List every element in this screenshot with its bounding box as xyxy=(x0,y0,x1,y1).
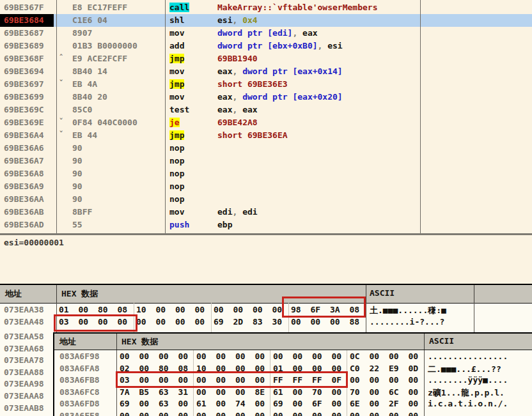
disasm-row[interactable]: 69BE36AB8BFFmovedi, edi xyxy=(0,206,532,219)
hex-row[interactable]: 083A6FC87A B5 63 3100 00 00 8E61 00 70 0… xyxy=(54,387,532,398)
hex-byte-group: 00 00 00 00 xyxy=(273,351,341,361)
header-divider xyxy=(116,334,117,350)
operand-sep: , xyxy=(232,92,242,102)
operand-sep: , xyxy=(232,15,242,25)
disasm-row[interactable]: 69BE368901B3 B0000000adddword ptr [ebx+0… xyxy=(0,40,532,52)
hex-byte-group: 61 00 70 00 xyxy=(273,387,341,397)
red-annotation-box-3 xyxy=(116,371,348,388)
opcode-bytes: 55 xyxy=(72,220,82,229)
instruction-address: 69BE3697 xyxy=(4,79,44,89)
disasm-row[interactable]: 69BE36A890nop xyxy=(0,167,532,180)
hex-row-address[interactable]: 073EAA68 xyxy=(4,344,44,353)
hex-row-address[interactable]: 073EAA58 xyxy=(4,332,44,341)
instruction-address: 69BE368F xyxy=(4,54,44,63)
operands: esi, 0x4 xyxy=(217,15,258,25)
hex-row-address[interactable]: 073EAAB8 xyxy=(4,403,44,413)
mnemonic: test xyxy=(169,105,189,114)
hex-byte-group: 00 00 00 00 xyxy=(120,411,188,416)
mnemonic: nop xyxy=(169,169,184,178)
hex-row[interactable]: 083A6FD869 00 63 0061 00 74 0069 00 6F 0… xyxy=(54,398,532,410)
hex-byte-group: 00 00 00 00 xyxy=(214,305,282,314)
instruction-address: 69BE36AA xyxy=(4,194,44,204)
operands: short 69BE36EA xyxy=(217,130,288,140)
hex-ascii-text: z礦1...龍.p.p.l. xyxy=(428,387,505,399)
operand-reg: ebp xyxy=(217,220,232,229)
opcode-bytes: 90 xyxy=(72,169,82,178)
disasm-row[interactable]: 69BE36AD55pushebp xyxy=(0,219,532,231)
hex-byte-group: C0 22 E9 0D xyxy=(350,364,418,373)
operands: ebp xyxy=(217,220,232,229)
jump-down-arrow-icon: ˇ xyxy=(59,130,63,139)
disasm-row[interactable]: 69BE369Eˇ0F84 040C0000je69BE42A8 xyxy=(0,116,532,129)
hex-row[interactable]: 083A6FE800 00 00 0000 00 00 0000 00 00 0… xyxy=(54,410,532,416)
hex-byte-group: 00 00 00 00 xyxy=(350,411,418,416)
instruction-address: 69BE3687 xyxy=(4,28,44,38)
opcode-bytes: 85C0 xyxy=(72,105,92,114)
hex-ascii-text: 土.■■■......稴:■ xyxy=(370,305,446,316)
operand-reg: eax xyxy=(302,28,317,38)
instruction-address: 69BE36A7 xyxy=(4,156,44,166)
operands: dword ptr [ebx+0xB0], esi xyxy=(217,41,343,50)
debugger-screen: 69BE367FE8 EC17FEFFcallMakeArray::`vftab… xyxy=(0,0,532,416)
hex-row-address[interactable]: 073EAA78 xyxy=(4,355,44,365)
disasm-row[interactable]: 69BE36878907movdword ptr [edi], eax xyxy=(0,27,532,40)
disasm-row[interactable]: 69BE36948B40 14moveax, dword ptr [eax+0x… xyxy=(0,65,532,78)
opcode-bytes: 90 xyxy=(72,156,82,166)
hex-byte-group: 01 00 80 08 xyxy=(59,305,127,314)
opcode-bytes: E9 ACE2FCFF xyxy=(72,54,127,63)
red-annotation-box-1 xyxy=(282,297,366,318)
red-annotation-box-2 xyxy=(54,314,137,332)
instruction-address: 69BE36A4 xyxy=(4,130,44,140)
operand-mem: dword ptr [eax+0x20] xyxy=(242,92,343,102)
disasm-row[interactable]: 69BE36A4ˇEB 44jmpshort 69BE36EA xyxy=(0,129,532,142)
hex-row-address: 083A6FB8 xyxy=(59,375,100,385)
hex-row-address[interactable]: 073EAA88 xyxy=(4,367,44,377)
hex-row-address: 083A6FE8 xyxy=(59,411,100,416)
operand-reg: edi xyxy=(242,207,257,217)
jump-down-arrow-icon: ˇ xyxy=(59,118,63,127)
hex-row-address: 083A6FA8 xyxy=(59,364,100,373)
instruction-address: 69BE36A8 xyxy=(4,169,44,178)
hex-row-address[interactable]: 073EAAA8 xyxy=(4,391,44,401)
disasm-row[interactable]: 69BE36A790nop xyxy=(0,155,532,167)
disasm-row[interactable]: 69BE3697ˇEB 4Ajmpshort 69BE36E3 xyxy=(0,78,532,91)
disasm-row[interactable]: 69BE36A990nop xyxy=(0,180,532,193)
pane-separator[interactable] xyxy=(0,233,532,235)
instruction-address: 69BE3694 xyxy=(4,66,44,76)
operand-reg: eax xyxy=(217,92,232,102)
mnemonic: jmp xyxy=(169,79,184,89)
mnemonic: mov xyxy=(169,92,184,102)
disasm-row[interactable]: 69BE36A690nop xyxy=(0,142,532,155)
hex-row-address: 083A6FC8 xyxy=(59,387,100,397)
opcode-column-divider xyxy=(165,0,166,233)
hex-row-address: 073EAA48 xyxy=(4,317,44,327)
instruction-address: 69BE3689 xyxy=(4,41,44,50)
hex-byte-group: 6E 00 2F 00 xyxy=(350,399,418,408)
hex-byte-group: 00 00 00 88 xyxy=(291,317,359,327)
hex-byte-group: 70 00 6C 00 xyxy=(350,387,418,397)
opcode-bytes: EB 44 xyxy=(72,130,97,140)
hex-row-address: 073EAA38 xyxy=(4,305,44,314)
disasm-row[interactable]: 69BE368FˆE9 ACE2FCFFjmp69BB1940 xyxy=(0,52,532,65)
opcode-bytes: 8B40 14 xyxy=(72,66,107,76)
instruction-address: 69BE3699 xyxy=(4,92,44,102)
disasm-row[interactable]: 69BE367FE8 EC17FEFFcallMakeArray::`vftab… xyxy=(0,1,532,14)
hex-byte-group: 69 2D 83 30 xyxy=(214,317,282,327)
operands: dword ptr [edi], eax xyxy=(217,28,318,38)
opcode-bytes: 90 xyxy=(72,143,82,153)
hex-row[interactable]: 083A6F9800 00 00 0000 00 00 0000 00 00 0… xyxy=(54,351,532,362)
hex-row-address: 083A6FD8 xyxy=(59,399,100,408)
hex-byte-group: 00 00 00 00 xyxy=(136,317,205,327)
opcode-bytes: 90 xyxy=(72,194,82,204)
hex-row-address[interactable]: 073EAA98 xyxy=(4,379,44,389)
opcode-bytes: 90 xyxy=(72,181,82,191)
disasm-row[interactable]: 69BE36AA90nop xyxy=(0,193,532,206)
disasm-row[interactable]: 69BE36998B40 20moveax, dword ptr [eax+0x… xyxy=(0,91,532,104)
mnemonic: nop xyxy=(169,194,184,204)
disasm-row[interactable]: 69BE369C85C0testeax, eax xyxy=(0,104,532,116)
hex-byte-group: 00 00 00 00 xyxy=(196,411,265,416)
hex-ascii-text: ........i-?...? xyxy=(370,317,444,327)
instruction-address: 69BE3684 xyxy=(4,15,44,25)
disasm-row[interactable]: 69BE3684C1E6 04shlesi, 0x4 xyxy=(0,14,532,27)
disassembly-pane: 69BE367FE8 EC17FEFFcallMakeArray::`vftab… xyxy=(0,0,532,235)
